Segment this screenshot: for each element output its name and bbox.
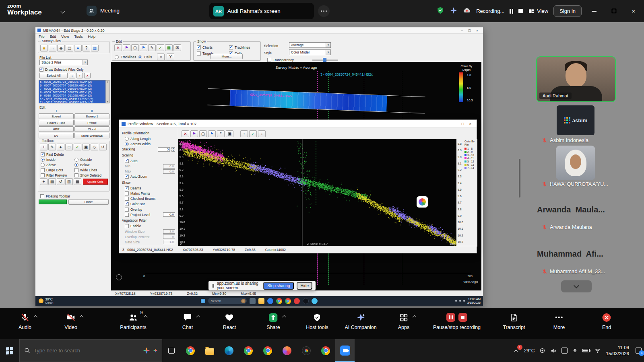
hidden-icons-button[interactable]: 1: [513, 348, 519, 354]
pencil-icon[interactable]: ✎: [48, 144, 56, 150]
profile-maximize-icon[interactable]: □: [459, 121, 466, 127]
overlap-input[interactable]: 0: [163, 234, 175, 239]
chrome-app-icon[interactable]: [276, 298, 282, 304]
show-option[interactable]: Tracklines: [229, 45, 257, 50]
react-button[interactable]: React: [223, 312, 236, 330]
show-more-button[interactable]: More...: [211, 54, 243, 59]
taskbar-app-chrome[interactable]: [181, 339, 200, 362]
auto-zoom-checkbox[interactable]: Auto Zoom: [122, 175, 175, 179]
profile-close-icon[interactable]: ×: [466, 121, 474, 127]
tray-icon[interactable]: [463, 300, 465, 302]
taskbar-search-box[interactable]: [19, 339, 162, 362]
workspace-chevron-icon[interactable]: [60, 9, 65, 13]
globe-icon[interactable]: ●: [74, 45, 82, 51]
checked-beams-checkbox[interactable]: Checked Beams: [122, 196, 175, 201]
apps-menu-chevron[interactable]: [412, 315, 416, 319]
video-menu-chevron[interactable]: [80, 315, 84, 319]
taskbar-app-chrome[interactable]: [316, 339, 335, 362]
add-icon[interactable]: +: [40, 178, 47, 185]
flag-purple-icon[interactable]: ⚑: [190, 130, 198, 137]
toolbox-option[interactable]: Above: [41, 162, 74, 167]
transcript-button[interactable]: Transcript: [503, 312, 525, 330]
box-select-icon[interactable]: ▢: [199, 130, 207, 137]
weather-widget[interactable]: 30°C Cerah: [39, 298, 53, 304]
profile-scatter-canvas[interactable]: [178, 139, 456, 247]
edit-window-button[interactable]: HPR: [39, 126, 74, 132]
tray-icon[interactable]: [455, 300, 457, 302]
participant-row[interactable]: Arwanda Maulana: [542, 224, 592, 230]
resume-icon[interactable]: →: [49, 45, 56, 51]
rows-icon[interactable]: ▤: [48, 178, 56, 185]
participants-menu-chevron[interactable]: [144, 315, 148, 319]
display-tray-icon[interactable]: [561, 348, 568, 354]
menu-item[interactable]: View: [61, 35, 69, 39]
move-up-button[interactable]: ↑: [76, 73, 83, 78]
show-option[interactable]: Charts: [197, 45, 229, 50]
notification-center-button[interactable]: 4: [636, 348, 642, 354]
update-cells-button[interactable]: Update Cells: [83, 179, 108, 185]
toolbox-option[interactable]: Large Dots: [41, 168, 74, 173]
taskbar-app-dark-browser[interactable]: [297, 339, 316, 362]
flag-blue-icon[interactable]: ⚑: [208, 130, 216, 137]
check-icon[interactable]: ✓: [74, 144, 81, 150]
taskbar-app-edge[interactable]: [219, 339, 239, 362]
toolbox-option[interactable]: [74, 152, 107, 157]
toolbox-option[interactable]: Outside: [74, 157, 107, 162]
host-tools-button[interactable]: Host tools: [306, 312, 328, 330]
record-indicator-icon[interactable]: [539, 348, 545, 354]
help-icon[interactable]: ?: [83, 45, 90, 51]
chrome-app-icon[interactable]: [285, 298, 291, 304]
blue-app-icon[interactable]: [312, 298, 318, 304]
tab-meeting[interactable]: Meeting: [87, 6, 120, 16]
close-button[interactable]: ×: [626, 0, 641, 22]
stop-recording-icon[interactable]: [518, 9, 523, 13]
menu-item[interactable]: Tools: [74, 35, 83, 39]
gate-input[interactable]: 1.0: [163, 240, 175, 244]
stop-sharing-button[interactable]: Stop sharing: [263, 282, 294, 290]
participant-tile-asbim[interactable]: asbim: [557, 105, 594, 135]
mbmax-maximize-icon[interactable]: □: [466, 28, 473, 33]
menu-item[interactable]: File: [39, 35, 45, 39]
start-button[interactable]: [0, 339, 19, 362]
enable-checkbox[interactable]: Enable: [122, 224, 175, 228]
share-button[interactable]: Share: [266, 312, 280, 330]
gallery-scrollbar[interactable]: [519, 159, 520, 197]
shared-clock[interactable]: 11:09 AM 3/15/2026: [467, 297, 481, 304]
survey-file-list[interactable]: 5 - 0006_20250724_050024.HS2x* (2)6 - 00…: [39, 80, 109, 103]
end-meeting-button[interactable]: End: [602, 312, 612, 330]
slider-handle[interactable]: [323, 58, 326, 62]
next-section-icon[interactable]: ↓: [258, 130, 266, 137]
hide-banner-button[interactable]: Hide: [297, 282, 312, 290]
window-size-input[interactable]: 3.0: [163, 229, 175, 234]
tray-temperature[interactable]: 29°C: [524, 348, 535, 354]
volume-muted-icon[interactable]: [550, 348, 557, 354]
dot-icon[interactable]: ●: [57, 144, 64, 150]
open-folder-icon[interactable]: ■: [40, 45, 48, 51]
pause-stop-recording-button[interactable]: Pause/stop recording: [433, 312, 481, 330]
tracklines-radio[interactable]: [115, 55, 119, 59]
toolbox-option[interactable]: Show Deleted: [74, 173, 107, 178]
file-list-scrollbar[interactable]: ▲▼: [105, 80, 109, 103]
participant-row[interactable]: Asbim Indonesia: [542, 137, 588, 143]
zoom-extents-icon[interactable]: ▣: [226, 130, 233, 137]
taskbar-app-firefox[interactable]: [277, 339, 297, 362]
view-angle-dial[interactable]: [116, 274, 122, 280]
stacking-input[interactable]: 5: [158, 147, 170, 152]
participant-video-hawa[interactable]: [556, 146, 595, 180]
matrix-icon[interactable]: ▤: [66, 45, 73, 51]
tab-options-ellipsis-icon[interactable]: [318, 5, 330, 17]
draw-selected-checkbox[interactable]: Draw Selected Files Only: [39, 67, 83, 72]
accept-icon[interactable]: ✓: [157, 44, 164, 51]
chat-menu-chevron[interactable]: [196, 315, 200, 319]
participant-display-name[interactable]: Muhammad Afi...: [537, 249, 620, 259]
dark-app-icon[interactable]: [303, 298, 309, 304]
mbmax-title-bar[interactable]: MBMAX64 - Edit Stage 2 - 0.20 x 0.20 – □…: [35, 27, 483, 34]
profile-minimize-icon[interactable]: –: [451, 121, 459, 127]
accept-section-icon[interactable]: ✓: [249, 130, 257, 137]
cells-icon[interactable]: ▣: [82, 144, 90, 150]
stop-recording-icon[interactable]: [458, 313, 467, 322]
taskbar-app-chrome[interactable]: [239, 339, 258, 362]
maximize-button[interactable]: [607, 0, 621, 22]
profile-window-title-bar[interactable]: Profile Window - Section = 5, Total = 10…: [119, 120, 477, 128]
color-bar-checkbox[interactable]: Color Bar: [122, 202, 175, 207]
